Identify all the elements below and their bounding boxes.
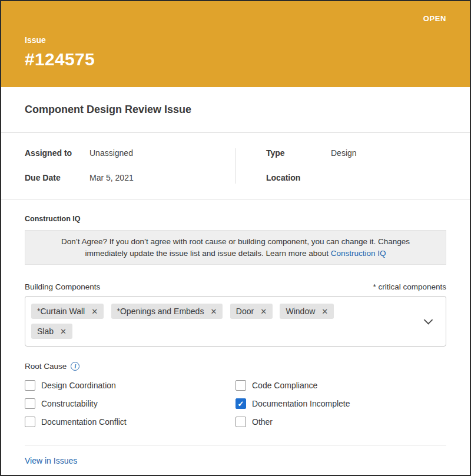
detail-label: Type xyxy=(266,148,331,158)
chip-label: Window xyxy=(286,307,315,316)
building-components-label: Building Components xyxy=(25,282,100,291)
chip-label: *Openings and Embeds xyxy=(117,307,204,316)
chip-label: Slab xyxy=(37,327,54,336)
checkbox-label: Design Coordination xyxy=(41,381,116,390)
root-cause-options: ✓ Design Coordination ✓ Code Compliance … xyxy=(25,380,446,427)
checkbox-option-constructability[interactable]: ✓ Constructability xyxy=(25,398,236,409)
checkbox[interactable]: ✓ xyxy=(236,417,246,427)
footer: View in Issues xyxy=(1,445,470,476)
chevron-down-icon[interactable] xyxy=(424,315,433,325)
component-chip: Door✕ xyxy=(230,304,273,319)
checkbox-label: Documentation Conflict xyxy=(41,417,127,427)
detail-row-due-date: Due Date Mar 5, 2021 xyxy=(25,173,217,182)
checkbox-option-other[interactable]: ✓ Other xyxy=(236,417,446,427)
chip-remove-icon[interactable]: ✕ xyxy=(60,328,67,335)
issue-label: Issue xyxy=(25,35,446,45)
checkbox[interactable]: ✓ xyxy=(236,398,246,409)
chip-label: *Curtain Wall xyxy=(37,307,85,316)
details-left-column: Assigned to Unassigned Due Date Mar 5, 2… xyxy=(25,148,236,184)
component-chip: *Openings and Embeds✕ xyxy=(111,304,223,319)
checkbox-option-code-compliance[interactable]: ✓ Code Compliance xyxy=(236,380,446,391)
chip-remove-icon[interactable]: ✕ xyxy=(91,308,98,315)
detail-label: Assigned to xyxy=(25,148,89,158)
issue-header: OPEN Issue #124575 xyxy=(1,1,470,87)
checkbox-label: Code Compliance xyxy=(252,381,317,390)
construction-iq-section: Construction IQ Don’t Agree? If you don’… xyxy=(1,199,470,445)
root-cause-label: Root Cause xyxy=(25,362,67,371)
critical-components-note: * critical components xyxy=(373,282,446,291)
detail-row-assigned-to: Assigned to Unassigned xyxy=(25,148,217,158)
chip-remove-icon[interactable]: ✕ xyxy=(260,308,267,315)
status-badge: OPEN xyxy=(423,14,446,23)
detail-value: Unassigned xyxy=(89,148,133,158)
checkbox[interactable]: ✓ xyxy=(236,380,246,391)
checkbox[interactable]: ✓ xyxy=(25,398,35,409)
building-components-input[interactable]: *Curtain Wall✕ *Openings and Embeds✕ Doo… xyxy=(25,296,446,347)
checkbox[interactable]: ✓ xyxy=(25,380,35,391)
construction-iq-notice: Don’t Agree? If you don’t agree with roo… xyxy=(25,230,446,265)
root-cause-header: Root Cause i xyxy=(25,362,446,371)
details-section: Assigned to Unassigned Due Date Mar 5, 2… xyxy=(1,133,470,199)
detail-row-type: Type Design xyxy=(266,148,446,158)
chip-remove-icon[interactable]: ✕ xyxy=(321,308,328,315)
view-in-issues-link[interactable]: View in Issues xyxy=(25,456,77,465)
construction-iq-link[interactable]: Construction IQ xyxy=(331,249,386,258)
checkbox-option-design-coordination[interactable]: ✓ Design Coordination xyxy=(25,380,236,391)
chip-remove-icon[interactable]: ✕ xyxy=(210,308,217,315)
info-icon[interactable]: i xyxy=(71,362,79,371)
checkbox-label: Other xyxy=(252,417,273,427)
details-right-column: Type Design Location xyxy=(236,148,446,184)
component-chip: *Curtain Wall✕ xyxy=(31,304,104,319)
detail-label: Due Date xyxy=(25,173,89,182)
component-chip: Slab✕ xyxy=(31,324,72,339)
building-components-header: Building Components * critical component… xyxy=(25,282,446,291)
checkbox-option-documentation-incomplete[interactable]: ✓ Documentation Incomplete xyxy=(236,398,446,409)
detail-value: Mar 5, 2021 xyxy=(89,173,134,182)
checkbox[interactable]: ✓ xyxy=(25,417,35,427)
checkbox-label: Documentation Incomplete xyxy=(252,399,350,408)
chip-label: Door xyxy=(236,307,254,316)
title-section: Component Design Review Issue xyxy=(1,87,470,133)
construction-iq-heading: Construction IQ xyxy=(25,215,446,223)
detail-value: Design xyxy=(331,148,357,158)
detail-row-location: Location xyxy=(266,173,446,182)
issue-id: #124575 xyxy=(25,49,446,69)
checkbox-label: Constructability xyxy=(41,399,98,408)
detail-label: Location xyxy=(266,173,331,182)
component-chip: Window✕ xyxy=(280,304,334,319)
checkbox-option-documentation-conflict[interactable]: ✓ Documentation Conflict xyxy=(25,417,236,427)
page-title: Component Design Review Issue xyxy=(25,104,446,116)
issue-card: OPEN Issue #124575 Component Design Revi… xyxy=(0,0,471,476)
